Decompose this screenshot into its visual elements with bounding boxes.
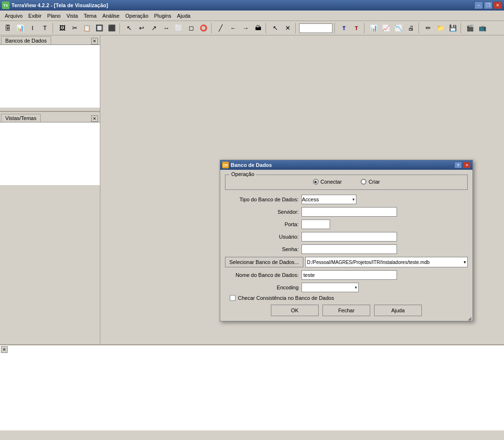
usuario-row: Usuário:: [225, 232, 468, 242]
toolbar-btn-15[interactable]: ◻: [185, 22, 197, 34]
radio-criar-btn[interactable]: [361, 179, 366, 185]
dialog-help-btn[interactable]: ?: [454, 162, 462, 168]
radio-conectar-btn[interactable]: [313, 179, 319, 185]
toolbar-btn-25[interactable]: 📊: [368, 22, 379, 34]
menu-plano[interactable]: Plano: [44, 12, 64, 20]
menu-tema[interactable]: Tema: [81, 12, 99, 20]
toolbar-btn-2[interactable]: 📊: [14, 22, 26, 34]
toolbar-icon-20: 🏔: [255, 24, 261, 32]
toolbar-btn-27[interactable]: 📉: [393, 22, 404, 34]
bancos-close-btn[interactable]: ✕: [91, 38, 98, 44]
encoding-row: Encoding UTF-8 ISO-8859-1 ASCII ▼: [225, 283, 468, 292]
toolbar-input[interactable]: [299, 23, 332, 33]
toolbar-btn-26[interactable]: 📈: [380, 22, 392, 34]
radio-criar[interactable]: Criar: [361, 179, 380, 185]
toolbar-btn-8[interactable]: 🔲: [94, 22, 105, 34]
menu-arquivo[interactable]: Arquivo: [2, 12, 25, 20]
title-bar-controls: − ❐ ✕: [474, 1, 502, 9]
consistencia-checkbox[interactable]: [230, 295, 236, 301]
encoding-select-wrapper[interactable]: UTF-8 ISO-8859-1 ASCII ▼: [301, 283, 359, 292]
ok-button[interactable]: OK: [271, 305, 319, 316]
menu-plugins[interactable]: Plugins: [151, 12, 174, 20]
toolbar-icon-14: ⬜: [175, 24, 182, 32]
toolbar-btn-23[interactable]: T: [338, 22, 350, 34]
toolbar-icon-23: T: [343, 25, 346, 31]
usuario-input[interactable]: [301, 232, 397, 242]
vistas-close-btn[interactable]: ✕: [91, 115, 98, 122]
select-file-btn[interactable]: Selecionar Banco de Dados...: [225, 257, 303, 267]
dialog-close-btn[interactable]: ✕: [463, 162, 471, 168]
toolbar-icon-12: ↗: [151, 24, 157, 32]
porta-input[interactable]: [301, 220, 330, 229]
fechar-button[interactable]: Fechar: [322, 305, 370, 316]
toolbar-btn-3[interactable]: I: [27, 22, 38, 34]
senha-input[interactable]: [301, 244, 397, 254]
bancos-tab[interactable]: Bancos de Dados: [1, 36, 51, 44]
menu-vista[interactable]: Vista: [64, 12, 81, 20]
consistencia-label: Checar Consistência no Banco de Dados: [238, 295, 334, 301]
toolbar-icon-24: T: [355, 25, 358, 31]
toolbar-btn-30[interactable]: 📁: [435, 22, 446, 34]
menu-exibir[interactable]: Exibir: [25, 12, 44, 20]
radio-row: Conectar Criar: [230, 179, 462, 185]
toolbar-btn-11[interactable]: ↩: [136, 22, 147, 34]
menu-analise[interactable]: Análise: [99, 12, 122, 20]
toolbar-btn-5[interactable]: 🖼: [56, 22, 68, 34]
toolbar-btn-32[interactable]: 🎬: [464, 22, 476, 34]
toolbar-btn-14[interactable]: ⬜: [173, 22, 184, 34]
toolbar-icon-15: ◻: [189, 24, 194, 32]
toolbar-icon-9: ⬛: [108, 24, 116, 32]
menu-operacao[interactable]: Operação: [122, 12, 151, 20]
toolbar-btn-21[interactable]: ↖: [269, 22, 281, 34]
dialog-controls: ? ✕: [454, 162, 471, 168]
minimize-button[interactable]: −: [474, 1, 483, 9]
toolbar-btn-24[interactable]: T: [351, 22, 362, 34]
tipo-select[interactable]: Access MySQL PostgreSQL SQLite Oracle: [301, 195, 356, 204]
file-path-wrapper: D:/Pessoal/MAGRES/Projetos/ITR/Instalado…: [305, 257, 468, 267]
toolbar-btn-13[interactable]: ↔: [161, 22, 172, 34]
bottom-close-btn[interactable]: ✕: [1, 346, 8, 353]
resize-grip[interactable]: ◢: [467, 315, 472, 321]
bancos-content: [0, 44, 100, 108]
toolbar-btn-28[interactable]: 🖨: [405, 22, 417, 34]
toolbar-btn-7[interactable]: 📋: [81, 22, 93, 34]
toolbar-btn-29[interactable]: ✏: [422, 22, 434, 34]
file-path-select[interactable]: D:/Pessoal/MAGRES/Projetos/ITR/Instalado…: [305, 257, 468, 267]
toolbar-btn-31[interactable]: 💾: [447, 22, 459, 34]
toolbar-btn-1[interactable]: 🗄: [2, 22, 13, 34]
toolbar-icon-13: ↔: [163, 24, 170, 32]
window-title: TerraView 4.2.2 - [Tela de Visualização]: [11, 2, 108, 8]
toolbar-btn-10[interactable]: ↖: [123, 22, 135, 34]
encoding-select[interactable]: UTF-8 ISO-8859-1 ASCII: [301, 283, 359, 292]
toolbar-btn-22[interactable]: ✕: [282, 22, 293, 34]
tipo-select-wrapper[interactable]: Access MySQL PostgreSQL SQLite Oracle ▼: [301, 195, 356, 204]
toolbar-btn-4[interactable]: T: [39, 22, 51, 34]
vistas-tab[interactable]: Vistas/Temas: [1, 114, 41, 122]
ajuda-button[interactable]: Ajuda: [374, 305, 422, 316]
toolbar-btn-33[interactable]: 📺: [477, 22, 488, 34]
title-bar: TV TerraView 4.2.2 - [Tela de Visualizaç…: [0, 0, 504, 11]
toolbar-btn-16[interactable]: ⭕: [198, 22, 209, 34]
close-button[interactable]: ✕: [493, 1, 502, 9]
restore-button[interactable]: ❐: [484, 1, 493, 9]
menu-ajuda[interactable]: Ajuda: [174, 12, 193, 20]
operacao-legend: Operação: [229, 171, 256, 177]
dialog-title-bar: DB Banco de Dados ? ✕: [220, 160, 472, 170]
senha-label: Senha:: [225, 246, 301, 252]
encoding-label: Encoding: [225, 285, 301, 290]
toolbar-icon-1: 🗄: [5, 24, 11, 32]
toolbar-icon-10: ↖: [127, 24, 132, 32]
toolbar-btn-19[interactable]: →: [240, 22, 251, 34]
toolbar-btn-12[interactable]: ↗: [148, 22, 160, 34]
consistencia-checkbox-item[interactable]: Checar Consistência no Banco de Dados: [230, 295, 334, 301]
toolbar-icon-28: 🖨: [408, 24, 414, 32]
toolbar-btn-20[interactable]: 🏔: [252, 22, 264, 34]
toolbar-btn-9[interactable]: ⬛: [106, 22, 118, 34]
left-panel: Bancos de Dados ✕ Vistas/Temas ✕: [0, 35, 100, 344]
radio-conectar[interactable]: Conectar: [313, 179, 342, 185]
toolbar-btn-17[interactable]: ╱: [215, 22, 226, 34]
servidor-input[interactable]: [301, 207, 397, 217]
toolbar-btn-6[interactable]: ✂: [69, 22, 80, 34]
nome-input[interactable]: [301, 270, 397, 280]
toolbar-btn-18[interactable]: ←: [227, 22, 239, 34]
